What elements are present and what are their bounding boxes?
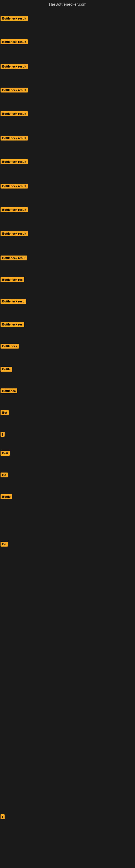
bottleneck-row-4: Bottleneck result xyxy=(1,111,28,117)
bottleneck-badge-18: | xyxy=(1,432,5,437)
bottleneck-badge-7: Bottleneck result xyxy=(1,184,28,188)
bottleneck-badge-8: Bottleneck result xyxy=(1,207,28,212)
bottleneck-badge-3: Bottleneck result xyxy=(1,88,28,93)
bottleneck-badge-15: Bottle xyxy=(1,367,12,372)
bottleneck-row-1: Bottleneck result xyxy=(1,39,28,45)
bottleneck-badge-12: Bottleneck resu xyxy=(1,299,26,304)
bottleneck-badge-19: Bott xyxy=(1,451,10,456)
bottleneck-row-17: Bot xyxy=(1,410,9,416)
bottleneck-row-14: Bottleneck xyxy=(1,344,19,350)
bottleneck-badge-17: Bot xyxy=(1,410,9,415)
bottleneck-badge-10: Bottleneck resul xyxy=(1,255,27,260)
bottleneck-row-21: Bottle xyxy=(1,494,12,500)
bottleneck-row-7: Bottleneck result xyxy=(1,184,28,190)
bottleneck-row-5: Bottleneck result xyxy=(1,135,28,142)
bottleneck-badge-16: Bottlenec xyxy=(1,389,17,393)
bottleneck-row-20: Bo xyxy=(1,472,8,478)
site-title: TheBottlenecker.com xyxy=(0,0,135,9)
bottleneck-row-12: Bottleneck resu xyxy=(1,299,26,305)
bottleneck-row-15: Bottle xyxy=(1,367,12,373)
bottleneck-row-8: Bottleneck result xyxy=(1,207,28,213)
bottleneck-badge-0: Bottleneck result xyxy=(1,16,28,21)
bottleneck-badge-2: Bottleneck result xyxy=(1,64,28,69)
bottleneck-row-13: Bottleneck res xyxy=(1,322,24,328)
bottleneck-badge-11: Bottleneck res xyxy=(1,277,24,282)
bottleneck-badge-23: Bo xyxy=(1,542,8,547)
bottleneck-badge-21: Bottle xyxy=(1,494,12,499)
bottleneck-row-0: Bottleneck result xyxy=(1,16,28,22)
bottleneck-row-6: Bottleneck result xyxy=(1,159,28,165)
bottleneck-badge-1: Bottleneck result xyxy=(1,39,28,44)
bottleneck-badge-13: Bottleneck res xyxy=(1,322,24,327)
bottleneck-badge-33: | xyxy=(1,814,5,819)
bottleneck-row-33: | xyxy=(1,814,5,820)
bottleneck-badge-9: Bottleneck result xyxy=(1,231,28,236)
bottleneck-row-11: Bottleneck res xyxy=(1,277,24,283)
bottleneck-row-18: | xyxy=(1,432,5,438)
bottleneck-row-2: Bottleneck result xyxy=(1,64,28,70)
bottleneck-row-9: Bottleneck result xyxy=(1,231,28,237)
bottleneck-row-3: Bottleneck result xyxy=(1,88,28,94)
bottleneck-badge-5: Bottleneck result xyxy=(1,135,28,141)
bottleneck-badge-20: Bo xyxy=(1,472,8,477)
bottleneck-badge-6: Bottleneck result xyxy=(1,159,28,164)
bottleneck-row-23: Bo xyxy=(1,542,8,548)
bottleneck-row-19: Bott xyxy=(1,451,10,457)
bottleneck-badge-4: Bottleneck result xyxy=(1,111,28,116)
bottleneck-row-16: Bottlenec xyxy=(1,389,17,394)
bottleneck-badge-14: Bottleneck xyxy=(1,344,19,348)
bottleneck-row-10: Bottleneck resul xyxy=(1,255,27,261)
